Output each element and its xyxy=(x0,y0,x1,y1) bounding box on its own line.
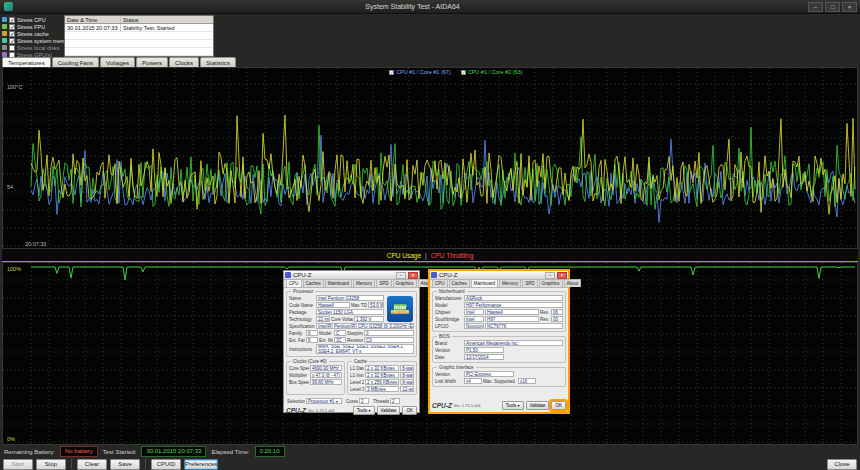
disk-icon xyxy=(2,45,7,50)
stress-fpu-checkbox[interactable] xyxy=(9,24,15,30)
log-row[interactable]: 30.01.2015 20:07:33 Stability Test: Star… xyxy=(65,24,213,32)
close-button[interactable]: Close xyxy=(827,459,857,470)
close-icon[interactable]: × xyxy=(408,272,418,279)
legend-core2[interactable]: CPU #1 / Core #2 (63) xyxy=(461,69,523,75)
specification-field: Intel(R) Pentium(R) CPU G3258 @ 3.20GHz … xyxy=(316,323,414,329)
cpuz-tab-bar: CPU Caches Mainboard Memory SPD Graphics… xyxy=(430,280,568,288)
close-icon[interactable]: × xyxy=(557,272,567,279)
tools-button[interactable]: Tools ▾ xyxy=(353,406,375,415)
revision-field: C0 xyxy=(364,337,414,343)
processor-caption: Processor xyxy=(291,289,315,294)
stress-memory-checkbox[interactable] xyxy=(9,38,15,44)
l1inst-way-field: 8-way xyxy=(400,372,414,378)
cpuz-tab-cpu[interactable]: CPU xyxy=(432,279,448,287)
selection-dropdown[interactable]: Processor #1 ▾ xyxy=(306,398,342,404)
cpuz-tab-mainboard[interactable]: Mainboard xyxy=(471,279,498,287)
cpuz-app-icon xyxy=(431,272,437,278)
tab-cooling-fans[interactable]: Cooling Fans xyxy=(52,57,99,67)
stop-button[interactable]: Stop xyxy=(36,459,66,470)
busspeed-field: 99.80 MHz xyxy=(310,379,342,385)
technology-field: 22 nm xyxy=(316,316,330,322)
chipset-model-field: Haswell xyxy=(485,309,539,315)
temp-axis-time-label: 20:07:33 xyxy=(25,241,46,247)
temperature-graph: 100°C 54 20:07:33 CPU #1 / Core #1 (67) … xyxy=(2,67,858,249)
cpuz-tab-memory[interactable]: Memory xyxy=(353,279,375,287)
ok-button[interactable]: OK xyxy=(402,406,417,415)
max-supported-label: Max. Supported xyxy=(483,379,517,384)
cpuz-tab-graphics[interactable]: Graphics xyxy=(393,279,417,287)
manufacturer-field: ASRock xyxy=(464,295,563,301)
validate-button[interactable]: Validate xyxy=(377,406,401,415)
cpuz-tab-caches[interactable]: Caches xyxy=(303,279,324,287)
chipset-rev-label: Rev. xyxy=(540,310,550,315)
preferences-button[interactable]: Preferences xyxy=(184,459,218,470)
maximize-icon[interactable]: □ xyxy=(825,2,840,12)
cpu-usage-label: CPU Usage xyxy=(387,252,421,259)
stress-option-memory[interactable]: Stress system memory xyxy=(2,37,64,44)
cpuid-button[interactable]: CPUID xyxy=(151,459,181,470)
instructions-field: MMX, SSE, SSE2, SSE3, SSSE3, SSE4.1, SSE… xyxy=(316,344,414,354)
legend-core2-checkbox[interactable] xyxy=(461,70,466,75)
cpuz-window-title: CPU-Z xyxy=(293,272,394,278)
extfamily-label: Ext. Family xyxy=(289,338,305,343)
cache-groupbox: Cache L1 Data2 x 32 KBytes8-way L1 Inst.… xyxy=(347,361,417,395)
button-bar: Start Stop Clear Save CPUID Preferences … xyxy=(0,458,860,470)
stress-cache-checkbox[interactable] xyxy=(9,31,15,37)
cpuz-tab-mainboard[interactable]: Mainboard xyxy=(325,279,352,287)
cpuz-tab-about[interactable]: About xyxy=(564,279,582,287)
cpuz-tab-memory[interactable]: Memory xyxy=(499,279,521,287)
legend-core1-checkbox[interactable] xyxy=(389,70,394,75)
bios-version-label: Version xyxy=(435,348,463,353)
extfamily-field: 6 xyxy=(306,337,318,343)
corespeed-field: 4690.90 MHz xyxy=(310,365,342,371)
minimize-icon[interactable]: – xyxy=(545,272,555,279)
legend-core1-label: CPU #1 / Core #1 (67) xyxy=(396,69,451,75)
tools-button[interactable]: Tools ▾ xyxy=(502,401,524,410)
extmodel-field: 3C xyxy=(334,337,346,343)
l1data-field: 2 x 32 KBytes xyxy=(365,365,399,371)
ok-button[interactable]: OK xyxy=(551,401,566,410)
stress-option-disks[interactable]: Stress local disks xyxy=(2,44,64,51)
threads-label: Threads xyxy=(373,399,389,404)
cpuz-tab-spd[interactable]: SPD xyxy=(522,279,537,287)
legend-core1[interactable]: CPU #1 / Core #1 (67) xyxy=(389,69,451,75)
tab-temperatures[interactable]: Temperatures xyxy=(2,57,51,67)
cpu-icon xyxy=(2,17,7,22)
minimize-icon[interactable]: – xyxy=(396,272,406,279)
cpuz-tab-spd[interactable]: SPD xyxy=(376,279,391,287)
bios-groupbox: BIOS BrandAmerican Megatrends Inc. Versi… xyxy=(432,336,566,363)
clocks-caption: Clocks (Core #0) xyxy=(291,359,329,364)
titlebar[interactable]: System Stability Test - AIDA64 – □ × xyxy=(0,0,860,14)
gfx-version-label: Version xyxy=(435,372,463,377)
model-field: C xyxy=(334,330,346,336)
cpuz-tab-graphics[interactable]: Graphics xyxy=(539,279,563,287)
save-button[interactable]: Save xyxy=(110,459,140,470)
stress-cpu-checkbox[interactable] xyxy=(9,17,15,23)
clear-button[interactable]: Clear xyxy=(77,459,107,470)
maxtdp-field: 53.0 W xyxy=(368,302,384,308)
stress-disks-checkbox[interactable] xyxy=(9,45,15,51)
aida64-app-icon xyxy=(4,2,13,11)
tab-powers[interactable]: Powers xyxy=(136,57,168,67)
status-bar: Remaining Battery: No battery Test Start… xyxy=(0,445,860,458)
tab-statistics[interactable]: Statistics xyxy=(200,57,236,67)
test-started-badge: 30.01.2015 20:07:33 xyxy=(141,446,206,457)
close-icon[interactable]: × xyxy=(842,2,857,12)
cpuz-tab-caches[interactable]: Caches xyxy=(449,279,470,287)
cpuz-tab-bar: CPU Caches Mainboard Memory SPD Graphics… xyxy=(284,280,419,288)
stress-option-fpu[interactable]: Stress FPU xyxy=(2,23,64,30)
cache-icon xyxy=(2,31,7,36)
minimize-icon[interactable]: – xyxy=(808,2,823,12)
start-button[interactable]: Start xyxy=(3,459,33,470)
validate-button[interactable]: Validate xyxy=(526,401,550,410)
bios-date-label: Date xyxy=(435,355,463,360)
tab-voltages[interactable]: Voltages xyxy=(100,57,135,67)
stress-option-cpu[interactable]: Stress CPU xyxy=(2,16,64,23)
stress-option-cache[interactable]: Stress cache xyxy=(2,30,64,37)
intel-pentium-logo: intel PENTIUM xyxy=(387,296,413,322)
bios-caption: BIOS xyxy=(437,334,452,339)
cpuz-tab-cpu[interactable]: CPU xyxy=(286,279,302,287)
stress-option-label: Stress FPU xyxy=(17,24,45,30)
busspeed-label: Bus Speed xyxy=(289,380,309,385)
tab-clocks[interactable]: Clocks xyxy=(169,57,199,67)
